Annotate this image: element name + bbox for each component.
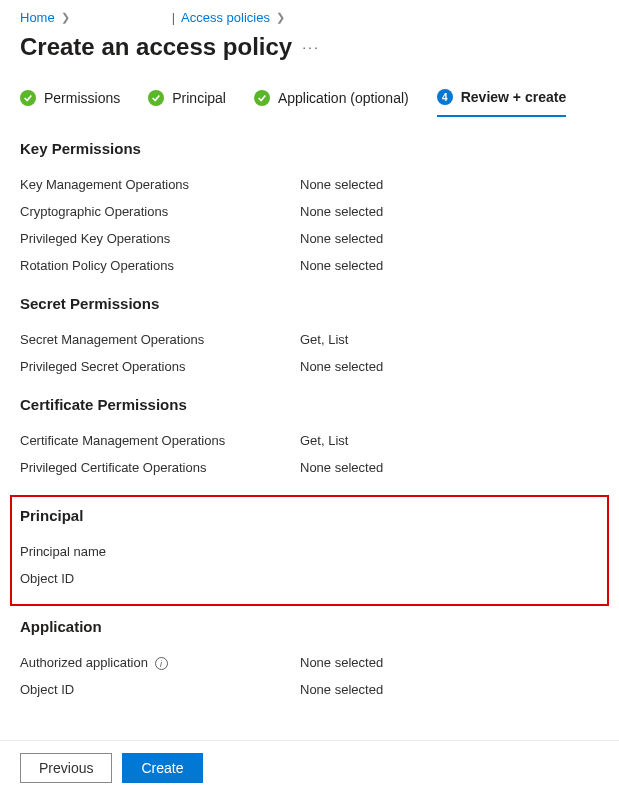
section-heading-application: Application: [20, 618, 599, 635]
breadcrumb-home[interactable]: Home: [20, 10, 55, 25]
breadcrumb-policies[interactable]: Access policies: [181, 10, 270, 25]
review-row: Certificate Management OperationsGet, Li…: [20, 427, 599, 454]
tab-permissions[interactable]: Permissions: [20, 89, 120, 117]
more-actions-button[interactable]: ···: [302, 39, 320, 55]
review-content: Key Permissions Key Management Operation…: [0, 118, 619, 783]
section-heading-secret: Secret Permissions: [20, 295, 599, 312]
page-title: Create an access policy: [20, 33, 292, 61]
review-row: Privileged Secret OperationsNone selecte…: [20, 353, 599, 380]
tab-label: Principal: [172, 90, 226, 106]
chevron-right-icon: ❯: [61, 11, 70, 24]
section-heading-principal: Principal: [20, 507, 599, 524]
check-icon: [148, 90, 164, 106]
tab-label: Permissions: [44, 90, 120, 106]
review-row: Cryptographic OperationsNone selected: [20, 198, 599, 225]
review-row: Object ID: [20, 565, 599, 592]
tab-principal[interactable]: Principal: [148, 89, 226, 117]
review-row: Rotation Policy OperationsNone selected: [20, 252, 599, 279]
previous-button[interactable]: Previous: [20, 753, 112, 783]
info-icon[interactable]: i: [155, 657, 168, 670]
tab-label: Review + create: [461, 89, 566, 105]
review-row: Authorized application i None selected: [20, 649, 599, 676]
chevron-right-icon: ❯: [276, 11, 285, 24]
label-text: Authorized application: [20, 655, 148, 670]
wizard-tabs: Permissions Principal Application (optio…: [0, 79, 619, 118]
footer-actions: Previous Create: [0, 740, 619, 795]
tab-review-create[interactable]: 4 Review + create: [437, 89, 566, 117]
review-row: Privileged Key OperationsNone selected: [20, 225, 599, 252]
review-row: Principal name: [20, 538, 599, 565]
step-number-icon: 4: [437, 89, 453, 105]
breadcrumb: Home ❯ | Access policies ❯: [0, 0, 619, 29]
review-row: Key Management OperationsNone selected: [20, 171, 599, 198]
breadcrumb-separator: |: [172, 10, 175, 25]
principal-highlight-box: Principal Principal name Object ID: [10, 495, 609, 606]
check-icon: [254, 90, 270, 106]
review-row: Object IDNone selected: [20, 676, 599, 703]
review-row: Secret Management OperationsGet, List: [20, 326, 599, 353]
section-heading-cert: Certificate Permissions: [20, 396, 599, 413]
section-heading-key: Key Permissions: [20, 140, 599, 157]
check-icon: [20, 90, 36, 106]
tab-label: Application (optional): [278, 90, 409, 106]
review-row: Privileged Certificate OperationsNone se…: [20, 454, 599, 481]
create-button[interactable]: Create: [122, 753, 202, 783]
tab-application[interactable]: Application (optional): [254, 89, 409, 117]
